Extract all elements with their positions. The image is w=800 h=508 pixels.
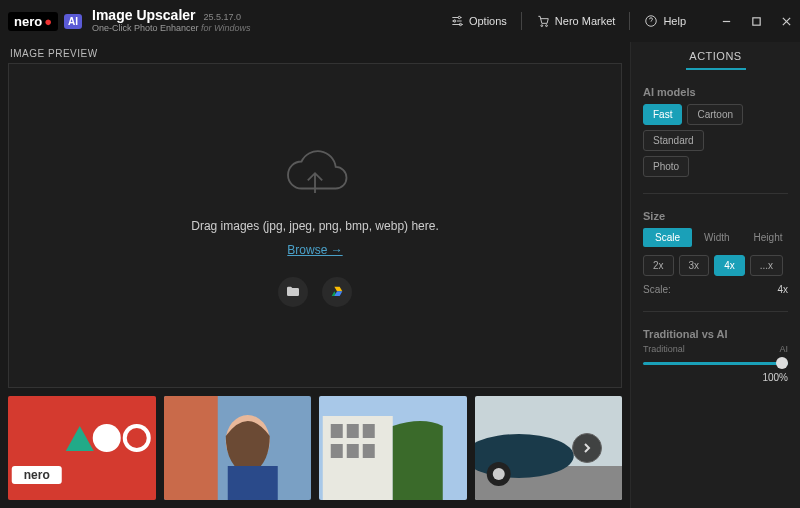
logo-group: nero● AI [8, 12, 82, 31]
svg-point-11 [93, 424, 121, 452]
preview-section-label: IMAGE PREVIEW [8, 46, 622, 63]
window-controls [720, 15, 792, 27]
sample-thumb-1[interactable]: nero [8, 396, 156, 500]
svg-point-30 [492, 468, 504, 480]
sliders-icon [450, 14, 464, 28]
ai-models-label: AI models [643, 86, 788, 98]
mode-width[interactable]: Width [692, 228, 742, 247]
maximize-button[interactable] [750, 15, 762, 27]
svg-rect-20 [331, 424, 343, 438]
mode-scale[interactable]: Scale [643, 228, 692, 247]
model-cartoon[interactable]: Cartoon [687, 104, 743, 125]
local-folder-button[interactable] [278, 277, 308, 307]
traditional-vs-ai-section: Traditional vs AI Traditional AI 100% [643, 328, 788, 383]
svg-rect-21 [347, 424, 359, 438]
header-actions: Options Nero Market Help [450, 12, 792, 30]
main-area: IMAGE PREVIEW Drag images (jpg, jpeg, pn… [0, 42, 800, 508]
svg-rect-17 [227, 466, 277, 500]
svg-point-1 [453, 20, 455, 22]
nero-logo: nero● [8, 12, 58, 31]
model-standard[interactable]: Standard [643, 130, 704, 151]
slider-right-label: AI [779, 344, 788, 354]
title-bar: nero● AI Image Upscaler 25.5.17.0 One-Cl… [0, 0, 800, 42]
svg-point-4 [545, 25, 547, 27]
cart-icon [536, 14, 550, 28]
mode-height[interactable]: Height [742, 228, 795, 247]
app-title-block: Image Upscaler 25.5.17.0 One-Click Photo… [92, 8, 251, 33]
ai-models-section: AI models Fast Cartoon Standard Photo [643, 86, 788, 177]
app-platform: for Windows [201, 23, 250, 33]
nero-market-button[interactable]: Nero Market [536, 14, 616, 28]
svg-point-0 [458, 16, 460, 18]
factor-3x[interactable]: 3x [679, 255, 710, 276]
help-icon [644, 14, 658, 28]
svg-rect-15 [164, 396, 218, 500]
close-button[interactable] [780, 15, 792, 27]
model-fast[interactable]: Fast [643, 104, 682, 125]
scale-label: Scale: [643, 284, 671, 295]
chevron-right-icon [581, 442, 593, 454]
sample-thumb-2[interactable] [164, 396, 312, 500]
app-subtitle: One-Click Photo Enhancer [92, 23, 199, 33]
slider-percent: 100% [643, 372, 788, 383]
size-label: Size [643, 210, 788, 222]
help-button[interactable]: Help [644, 14, 686, 28]
scale-value: 4x [777, 284, 788, 295]
factor-custom[interactable]: ...x [750, 255, 783, 276]
factor-2x[interactable]: 2x [643, 255, 674, 276]
svg-rect-23 [331, 444, 343, 458]
google-drive-button[interactable] [322, 277, 352, 307]
folder-icon [285, 284, 301, 300]
source-buttons [278, 277, 352, 307]
divider [629, 12, 630, 30]
svg-point-13 [127, 428, 147, 448]
ai-badge: AI [64, 14, 82, 29]
divider [521, 12, 522, 30]
svg-text:nero: nero [24, 468, 50, 482]
minimize-button[interactable] [720, 15, 732, 27]
sample-thumbnails: nero [8, 396, 622, 500]
divider [643, 193, 788, 194]
svg-point-3 [541, 25, 543, 27]
size-section: Size Scale Width Height 2x 3x 4x ...x Sc… [643, 210, 788, 295]
slider-left-label: Traditional [643, 344, 685, 354]
factor-4x[interactable]: 4x [714, 255, 745, 276]
google-drive-icon [329, 284, 345, 300]
traditional-ai-slider[interactable] [643, 354, 788, 372]
drag-instructions: Drag images (jpg, jpeg, png, bmp, webp) … [191, 219, 438, 233]
image-dropzone[interactable]: Drag images (jpg, jpeg, png, bmp, webp) … [8, 63, 622, 388]
thumbnails-next-button[interactable] [572, 433, 602, 463]
options-button[interactable]: Options [450, 14, 507, 28]
svg-rect-25 [363, 444, 375, 458]
model-photo[interactable]: Photo [643, 156, 689, 177]
app-version: 25.5.17.0 [204, 12, 242, 22]
svg-rect-24 [347, 444, 359, 458]
cloud-upload-icon [279, 145, 351, 209]
app-title: Image Upscaler [92, 8, 196, 23]
svg-rect-6 [752, 17, 759, 24]
svg-rect-22 [363, 424, 375, 438]
sample-thumb-3[interactable] [319, 396, 467, 500]
left-pane: IMAGE PREVIEW Drag images (jpg, jpeg, pn… [0, 42, 630, 508]
traditional-vs-ai-label: Traditional vs AI [643, 328, 788, 340]
actions-panel-title: ACTIONS [686, 50, 746, 70]
divider [643, 311, 788, 312]
slider-thumb[interactable] [776, 357, 788, 369]
browse-link[interactable]: Browse → [287, 243, 342, 257]
actions-panel: ACTIONS AI models Fast Cartoon Standard … [630, 42, 800, 508]
